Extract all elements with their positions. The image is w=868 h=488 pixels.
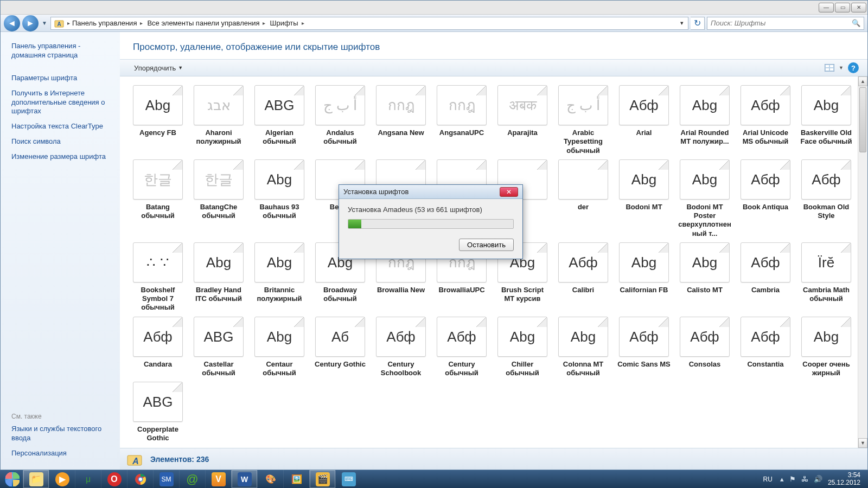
dialog-titlebar[interactable]: Установка шрифтов ✕ <box>339 185 522 199</box>
back-button[interactable]: ◄ <box>4 15 20 31</box>
font-item[interactable]: أ ب جAndalus обычный <box>310 84 371 156</box>
font-item[interactable]: AbgCalifornian FB <box>614 241 674 313</box>
tray-volume-icon[interactable]: 🔊 <box>814 475 822 483</box>
breadcrumb[interactable]: A ▸ Панель управления▸ Все элементы пане… <box>50 17 688 30</box>
taskbar-osk[interactable]: ⌨ <box>335 470 361 488</box>
font-item[interactable]: ∴ ∵Bookshelf Symbol 7 обычный <box>127 241 188 313</box>
sidebar-link-cleartype[interactable]: Настройка текста ClearType <box>11 122 113 131</box>
font-item[interactable]: AbgColonna MT обычный <box>553 316 614 379</box>
help-button[interactable]: ? <box>848 62 859 73</box>
view-options-button[interactable] <box>825 63 834 73</box>
font-item[interactable]: AbgCalisto MT <box>674 241 735 313</box>
minimize-button[interactable]: — <box>819 3 834 12</box>
sidebar-link-charmap[interactable]: Поиск символа <box>11 137 113 146</box>
font-item[interactable]: AbgCentaur обычный <box>249 316 310 379</box>
taskbar-mailru[interactable]: @ <box>179 470 205 488</box>
close-button[interactable]: ✕ <box>851 3 866 12</box>
font-item[interactable]: АбфConsolas <box>674 316 735 379</box>
font-item[interactable]: АбCentury Gothic <box>310 316 371 379</box>
font-item[interactable]: АбфArial <box>614 84 674 156</box>
maximize-button[interactable]: ▭ <box>835 3 850 12</box>
font-thumbnail: Abg <box>680 159 730 200</box>
taskbar-explorer[interactable]: 📁 <box>23 470 49 488</box>
font-item[interactable]: AbgBradley Hand ITC обычный <box>188 241 249 313</box>
font-item[interactable]: 한글Batang обычный <box>127 158 188 239</box>
font-item[interactable]: ABGAlgerian обычный <box>249 84 310 156</box>
taskbar-mpc[interactable]: 🎬 <box>309 470 335 488</box>
font-item[interactable]: אבגAharoni полужирный <box>188 84 249 156</box>
font-item[interactable]: ÏrĕCambria Math обычный <box>796 241 857 313</box>
sidebar-link-home[interactable]: Панель управления - домашняя страница <box>11 42 113 60</box>
scroll-up-button[interactable]: ▲ <box>858 76 867 86</box>
font-label: Century Gothic <box>315 360 366 377</box>
font-item[interactable]: der <box>553 158 614 239</box>
font-item[interactable]: 한글BatangChe обычный <box>188 158 249 239</box>
see-also-personalization[interactable]: Персонализация <box>11 449 113 458</box>
clock[interactable]: 3:54 25.12.2012 <box>828 472 860 486</box>
font-item[interactable]: กกฎAngsanaUPC <box>431 84 492 156</box>
font-item[interactable]: ABGCastellar обычный <box>188 316 249 379</box>
font-item[interactable]: ABGCopperplate Gothic <box>127 381 188 444</box>
font-item[interactable]: AbgArial Rounded MT полужир... <box>674 84 735 156</box>
breadcrumb-dropdown[interactable]: ▾ <box>676 20 688 27</box>
font-item[interactable]: АбфConstantia <box>735 316 796 379</box>
view-dropdown-icon[interactable]: ▼ <box>839 65 844 70</box>
font-item[interactable]: АбфComic Sans MS <box>614 316 674 379</box>
font-item[interactable]: กกฎAngsana New <box>371 84 431 156</box>
font-item[interactable]: АбфCentury Schoolbook <box>371 316 431 379</box>
taskbar-photos[interactable]: 🖼️ <box>283 470 309 488</box>
font-item[interactable]: АбфArial Unicode MS обычный <box>735 84 796 156</box>
svg-rect-4 <box>830 65 833 67</box>
taskbar-app-blue[interactable]: SM <box>153 470 179 488</box>
font-item[interactable]: अबकAparajita <box>492 84 553 156</box>
taskbar-paint[interactable]: 🎨 <box>257 470 283 488</box>
font-item[interactable]: АбфBookman Old Style <box>796 158 857 239</box>
refresh-button[interactable]: ↻ <box>691 17 705 30</box>
sidebar-link-online[interactable]: Получить в Интернете дополнительные свед… <box>11 89 113 117</box>
font-item[interactable]: AbgBodoni MT Poster сверхуплотненный т..… <box>674 158 735 239</box>
toolbar: Упорядочить▼ ▼ ? <box>120 59 867 76</box>
breadcrumb-seg-1[interactable]: Панель управления▸ <box>70 19 145 27</box>
taskbar-chrome[interactable] <box>127 470 153 488</box>
taskbar-app-orange[interactable]: V <box>205 470 231 488</box>
see-also-lang[interactable]: Языки и службы текстового ввода <box>11 425 113 443</box>
scroll-down-button[interactable]: ▼ <box>858 438 867 448</box>
dialog-close-button[interactable]: ✕ <box>500 187 518 197</box>
vertical-scrollbar[interactable]: ▲ ▼ <box>858 76 867 448</box>
taskbar-opera[interactable]: O <box>101 470 127 488</box>
forward-button[interactable]: ► <box>22 15 39 31</box>
taskbar-utorrent[interactable]: μ <box>75 470 101 488</box>
font-item[interactable]: AbgBauhaus 93 обычный <box>249 158 310 239</box>
scroll-thumb[interactable] <box>859 87 866 152</box>
tray-network-icon[interactable]: 🖧 <box>801 475 808 483</box>
sidebar-link-params[interactable]: Параметры шрифта <box>11 74 113 83</box>
font-item[interactable]: AbgChiller обычный <box>492 316 553 379</box>
font-item[interactable]: AbgBodoni MT <box>614 158 674 239</box>
sidebar-link-resize[interactable]: Изменение размера шрифта <box>11 152 113 162</box>
taskbar-wmp[interactable]: ▶ <box>49 470 75 488</box>
dialog-message: Установка Amadeus (53 из 661 шрифтов) <box>348 206 514 214</box>
font-item[interactable]: AbgCooper очень жирный <box>796 316 857 379</box>
stop-button[interactable]: Остановить <box>459 239 514 251</box>
font-item[interactable]: АбфBook Antiqua <box>735 158 796 239</box>
breadcrumb-seg-2[interactable]: Все элементы панели управления▸ <box>145 19 267 27</box>
font-item[interactable]: АбфCambria <box>735 241 796 313</box>
search-input[interactable] <box>711 19 848 27</box>
nav-history-dropdown[interactable]: ▼ <box>41 17 48 30</box>
search-box[interactable]: 🔍 <box>707 17 864 30</box>
breadcrumb-seg-3[interactable]: Шрифты▸ <box>267 19 306 27</box>
font-item[interactable]: أ ب جArabic Typesetting обычный <box>553 84 614 156</box>
font-item[interactable]: AbgBritannic полужирный <box>249 241 310 313</box>
tray-flag-icon[interactable]: ⚑ <box>789 475 796 483</box>
font-item[interactable]: АбфCentury обычный <box>431 316 492 379</box>
font-item[interactable]: АбфCandara <box>127 316 188 379</box>
start-button[interactable] <box>2 470 23 488</box>
tray-chevron-icon[interactable]: ▴ <box>780 475 784 483</box>
language-indicator[interactable]: RU <box>763 476 773 483</box>
font-item[interactable]: AbgBaskerville Old Face обычный <box>796 84 857 156</box>
font-item[interactable]: АбфCalibri <box>553 241 614 313</box>
font-sample: Abg <box>692 98 717 112</box>
taskbar-word[interactable]: W <box>231 470 257 488</box>
font-item[interactable]: AbgAgency FB <box>127 84 188 156</box>
organize-button[interactable]: Упорядочить▼ <box>129 62 188 74</box>
